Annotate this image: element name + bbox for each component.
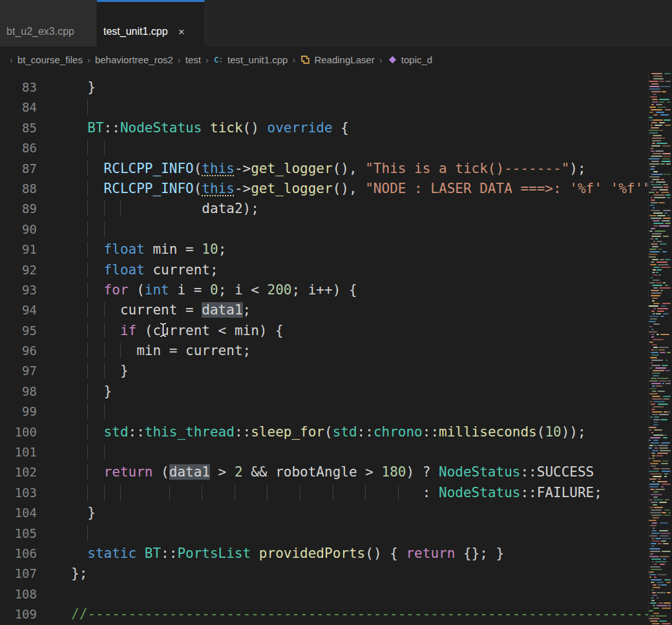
code-line[interactable]: 102 return (data1 > 2 && robotAngle > 18… — [0, 462, 649, 482]
code-token: :: — [235, 424, 251, 440]
code-line[interactable]: 98 } — [0, 382, 649, 402]
code-token — [136, 546, 145, 561]
code-token — [104, 343, 120, 358]
code-line[interactable]: 99 — [0, 402, 649, 422]
code-token: ( — [324, 424, 333, 440]
code-token: "NODE : LASER DATA ===>: '%f' '%f'" — [365, 181, 649, 196]
chevron-right-icon: › — [292, 54, 295, 65]
line-number: 84 — [0, 97, 71, 118]
code-text — [71, 526, 96, 541]
line-number: 104 — [0, 503, 71, 523]
code-line[interactable]: 104 } — [0, 503, 649, 523]
code-line[interactable]: 97 } — [0, 361, 649, 381]
code-token — [300, 485, 333, 500]
code-token — [136, 201, 202, 216]
code-token: int — [145, 282, 169, 298]
breadcrumb-label: bt_course_files — [17, 54, 83, 65]
code-text: float current; — [71, 262, 218, 278]
code-token — [87, 464, 103, 480]
code-line[interactable]: 90 — [0, 220, 649, 240]
code-line[interactable]: 88 RCLCPP_INFO(this->get_logger(), "NODE… — [0, 179, 649, 199]
code-line[interactable]: 109//-----------------------------------… — [0, 604, 649, 624]
code-token: (), — [333, 161, 366, 176]
code-line[interactable]: 106 static BT::PortsList providedPorts()… — [0, 544, 649, 564]
code-token — [104, 201, 120, 216]
code-token: tick — [210, 120, 243, 136]
code-line[interactable]: 92 float current; — [0, 260, 649, 280]
tab-test_unit1.cpp[interactable]: test_unit1.cpp× — [97, 0, 205, 46]
vscode-window: bt_u2_ex3.cpptest_unit1.cpp× ›bt_course_… — [0, 0, 672, 625]
code-token: for — [104, 282, 129, 298]
code-token: ); — [569, 161, 585, 176]
line-number: 103 — [0, 483, 71, 503]
code-token: get_logger — [251, 181, 332, 196]
line-number: 102 — [0, 462, 71, 482]
code-token: float — [104, 262, 145, 278]
code-token — [87, 526, 96, 541]
tab-bt_u2_ex3.cpp[interactable]: bt_u2_ex3.cpp — [0, 0, 97, 46]
code-token — [71, 363, 87, 378]
breadcrumb-item-topic_d[interactable]: topic_d — [387, 54, 432, 65]
code-token — [71, 444, 87, 460]
code-token — [104, 221, 112, 237]
code-text: }; — [71, 566, 87, 581]
code-line[interactable]: 96 min = current; — [0, 341, 649, 361]
code-text: } — [71, 363, 129, 378]
code-line[interactable]: 91 float min = 10; — [0, 240, 649, 260]
code-token — [87, 140, 103, 156]
minimap[interactable] — [648, 72, 672, 625]
line-number: 88 — [0, 179, 71, 199]
code-line[interactable]: 107}; — [0, 564, 649, 584]
breadcrumb-item-ReadingLaser[interactable]: ReadingLaser — [300, 54, 374, 65]
code-line[interactable]: 100 std::this_thread::sleep_for(std::chr… — [0, 422, 649, 442]
breadcrumb-item-behaviortree_ros2[interactable]: behaviortree_ros2 — [95, 54, 173, 65]
close-icon[interactable]: × — [178, 26, 185, 37]
code-text: static BT::PortsList providedPorts() { r… — [71, 546, 504, 561]
code-token: } — [71, 79, 96, 95]
code-token: > — [210, 464, 235, 480]
code-token — [104, 302, 120, 318]
tab-label: bt_u2_ex3.cpp — [6, 26, 74, 37]
code-token: RCLCPP_INFO — [104, 161, 194, 176]
code-token — [71, 282, 87, 298]
code-token — [87, 424, 103, 440]
code-token — [71, 120, 87, 136]
code-line[interactable]: 94 current = data1; — [0, 300, 649, 320]
code-line[interactable]: 89 data2); — [0, 199, 649, 219]
code-token: 10 — [545, 424, 561, 440]
code-line[interactable]: 86 — [0, 138, 649, 158]
code-line[interactable]: 87 RCLCPP_INFO(this->get_logger(), "This… — [0, 159, 649, 179]
code-line[interactable]: 101 — [0, 442, 649, 462]
line-number: 106 — [0, 544, 71, 564]
code-token: }; — [71, 566, 87, 581]
class-symbol-icon — [300, 54, 311, 65]
code-token: ; i < — [218, 282, 268, 298]
breadcrumb-item-test[interactable]: test — [185, 54, 201, 65]
line-number: 95 — [0, 321, 71, 341]
code-line[interactable]: 84 — [0, 97, 649, 118]
breadcrumb-item-bt_course_files[interactable]: bt_course_files — [17, 54, 83, 65]
code-token — [71, 302, 87, 318]
line-number: 85 — [0, 118, 71, 138]
code-line[interactable]: 85 BT::NodeStatus tick() override { — [0, 118, 649, 138]
code-line[interactable]: 105 — [0, 524, 649, 544]
code-line[interactable]: 95 if (current < min) { — [0, 321, 649, 341]
breadcrumb-label: topic_d — [401, 54, 432, 65]
code-token: () — [243, 120, 268, 136]
code-token: 0 — [210, 282, 218, 298]
code-line[interactable]: 108 — [0, 584, 649, 604]
line-number: 101 — [0, 442, 71, 462]
code-token: ( — [152, 464, 169, 480]
code-editor[interactable]: 83 }84 85 BT::NodeStatus tick() override… — [0, 72, 649, 625]
code-token: //--------------------------------------… — [71, 606, 649, 622]
code-token — [71, 464, 87, 480]
code-token: std — [333, 424, 357, 440]
code-line[interactable]: 103 : NodeStatus::FAILURE; — [0, 483, 649, 503]
code-token — [71, 546, 87, 561]
code-token: { — [333, 120, 349, 136]
code-line[interactable]: 83 } — [0, 77, 649, 97]
code-token: ( — [194, 161, 202, 176]
code-token — [202, 120, 210, 136]
code-line[interactable]: 93 for (int i = 0; i < 200; i++) { — [0, 280, 649, 300]
breadcrumb-item-test_unit1.cpp[interactable]: C++test_unit1.cpp — [213, 54, 288, 65]
